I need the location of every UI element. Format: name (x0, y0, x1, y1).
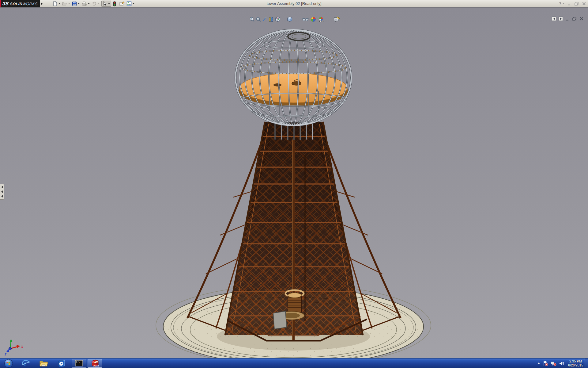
minimize-button[interactable] (567, 2, 571, 6)
undo-dropdown-caret[interactable] (98, 3, 100, 4)
clock-date: 6/26/2015 (568, 363, 583, 367)
svg-text:SW: SW (92, 360, 98, 364)
help-icon: ? (559, 1, 562, 6)
taskbar-item-solidworks[interactable]: SW 2015 (88, 359, 102, 368)
collapse-arrow-icon (1, 195, 3, 197)
open-dropdown-caret[interactable] (68, 3, 70, 4)
solidworks-2015-icon: SW 2015 (90, 359, 100, 368)
reference-triad: x z (4, 339, 23, 356)
pane-left-icon (553, 17, 555, 20)
show-hidden-icons-button[interactable] (537, 362, 540, 364)
taskbar-item-media-player[interactable] (53, 358, 71, 368)
folder-icon (39, 359, 48, 367)
triad-x-label: x (21, 344, 23, 349)
restore-button[interactable] (574, 2, 579, 6)
menu-flyout-arrow-icon[interactable] (41, 2, 43, 5)
save-floppy-icon (72, 1, 77, 6)
zoom-to-fit-icon[interactable] (249, 16, 255, 22)
options-checklist-button[interactable] (126, 1, 134, 6)
undo-icon (92, 1, 97, 6)
title-toolbar: ЗSSOLIDWORKS (0, 0, 588, 7)
clock-time: 2:35 PM (568, 359, 583, 363)
view-orientation-icon[interactable] (275, 16, 281, 22)
internet-explorer-icon: e (21, 359, 30, 368)
graphics-area[interactable]: x z (0, 7, 588, 358)
taskbar-item-windows-explorer[interactable] (34, 358, 53, 368)
pane-right-button[interactable] (559, 17, 563, 21)
solidworks-mark-icon: ЗS (2, 1, 9, 6)
taskbar-item-command-prompt[interactable]: C:\_ (72, 359, 86, 368)
feature-tree-collapsed-tab[interactable] (0, 184, 4, 200)
print-button[interactable] (81, 1, 90, 6)
logo-accent (0, 0, 1, 7)
model-scene[interactable]: x z (0, 15, 588, 366)
windows-start-icon (4, 359, 13, 368)
select-cursor-icon (103, 1, 107, 6)
previous-view-icon[interactable] (262, 16, 268, 22)
doc-minimize-button[interactable] (565, 17, 570, 21)
undo-button[interactable] (92, 1, 100, 6)
volume-icon[interactable] (559, 361, 564, 366)
action-center-flag-icon[interactable] (543, 361, 548, 366)
collapse-arrow-icon (1, 190, 3, 193)
pane-left-button[interactable] (552, 17, 556, 21)
edit-note-icon (119, 1, 125, 6)
headsup-toolbar (0, 16, 588, 22)
system-tray: 2:35 PM 6/26/2015 (537, 358, 583, 368)
document-window-controls (552, 17, 584, 21)
print-icon (81, 1, 87, 6)
save-button[interactable] (72, 1, 80, 6)
close-button[interactable] (582, 2, 586, 6)
view-settings-icon[interactable] (334, 16, 340, 22)
zoom-to-area-icon[interactable] (255, 16, 262, 22)
start-button[interactable] (0, 358, 17, 368)
pane-right-icon (560, 17, 562, 20)
new-dropdown-caret[interactable] (58, 3, 60, 4)
stoplight-icon (113, 1, 116, 6)
section-view-icon[interactable] (268, 16, 274, 22)
help-button[interactable]: ? (559, 1, 565, 6)
collapse-arrow-icon (1, 186, 3, 188)
doc-restore-button[interactable] (572, 17, 577, 21)
print-dropdown-caret[interactable] (88, 3, 90, 4)
brand-solid: SOLID (10, 2, 23, 6)
network-error-icon[interactable] (551, 361, 556, 366)
media-player-icon (58, 359, 66, 368)
open-button[interactable] (62, 1, 70, 6)
taskbar-clock[interactable]: 2:35 PM 6/26/2015 (568, 359, 583, 367)
show-desktop-button[interactable] (585, 358, 588, 368)
command-prompt-icon: C:\_ (75, 360, 83, 366)
help-dropdown-caret[interactable] (563, 3, 564, 4)
svg-text:C:\_: C:\_ (76, 361, 81, 363)
edit-appearance-icon[interactable] (310, 16, 316, 22)
options-checklist-icon (126, 1, 132, 6)
brand-works: WORKS (22, 2, 38, 6)
new-document-icon (53, 1, 58, 6)
taskbar-item-internet-explorer[interactable]: e (17, 358, 34, 368)
hide-show-items-icon[interactable] (302, 16, 308, 22)
edit-note-button[interactable] (119, 1, 125, 6)
save-dropdown-caret[interactable] (78, 3, 80, 4)
triad-z-label: z (4, 352, 6, 356)
select-tool-button[interactable] (101, 1, 111, 7)
select-dropdown-caret[interactable] (108, 3, 110, 4)
options-dropdown-caret[interactable] (133, 3, 134, 4)
apply-scene-icon[interactable] (318, 16, 324, 22)
svg-text:2015: 2015 (93, 364, 99, 367)
solidworks-logo: ЗSSOLIDWORKS (0, 0, 40, 7)
stoplight-button[interactable] (113, 1, 116, 6)
open-folder-icon (62, 1, 67, 6)
display-style-icon[interactable] (287, 16, 293, 22)
taskbar: e C:\_ SW 2015 (0, 358, 588, 368)
doc-close-button[interactable] (579, 17, 584, 21)
window-title: tower Assembly 02 [Read-only] (233, 0, 355, 7)
new-document-button[interactable] (53, 1, 60, 6)
